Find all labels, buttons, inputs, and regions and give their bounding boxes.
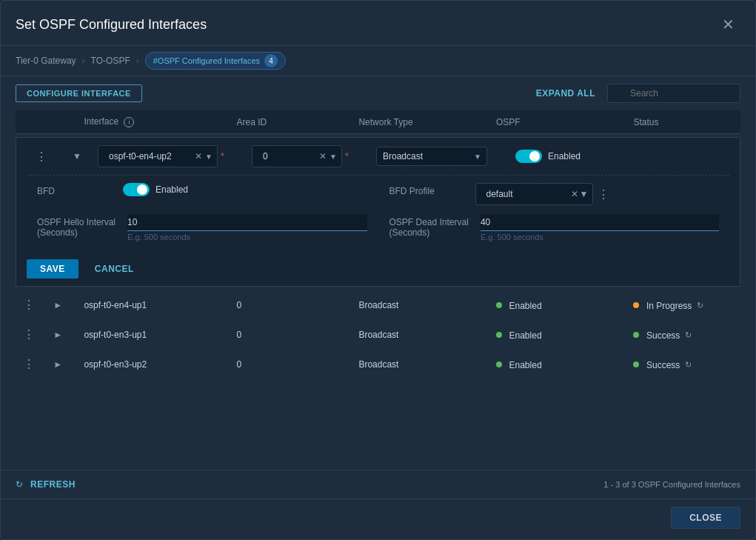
row-network-cell: Broadcast	[351, 290, 488, 320]
row-interface-cell: ospf-t0-en4-up1	[76, 290, 229, 320]
toolbar: CONFIGURE INTERFACE EXPAND ALL ⚲	[1, 76, 755, 110]
row-area-value: 0	[237, 359, 242, 370]
bfd-toggle-label: Enabled	[155, 184, 188, 195]
data-table: Interface i Area ID Network Type OSPF St…	[16, 110, 740, 379]
bfd-profile-wrapper: ✕ ▼ ⋮	[475, 183, 720, 205]
status-value: Success	[646, 330, 680, 340]
modal-title: Set OSPF Configured Interfaces	[16, 17, 207, 33]
table-row-expanded: ⋮ ▼ ✕	[16, 134, 740, 290]
row-status-cell: Success ↻	[626, 350, 740, 379]
ospf-toggle[interactable]	[515, 150, 542, 163]
search-input[interactable]	[607, 84, 740, 103]
ospf-dot	[496, 332, 502, 338]
row-ospf-cell: Enabled	[489, 320, 626, 350]
refresh-button[interactable]: REFRESH	[30, 479, 76, 490]
row-expand-button[interactable]: ►	[50, 299, 65, 312]
row-interface-cell: ospf-t0-en3-up1	[76, 320, 229, 350]
network-type-select[interactable]: Broadcast Point-to-Point	[376, 147, 487, 166]
hello-row: OSPF Hello Interval (Seconds) E.g. 500 s…	[37, 214, 367, 241]
bfd-profile-field[interactable]	[481, 185, 569, 203]
reload-icon[interactable]: ↻	[685, 360, 692, 370]
expanded-expand-col: ▼	[62, 150, 92, 163]
hello-interval-field[interactable]	[127, 214, 367, 231]
breadcrumb: Tier-0 Gateway › TO-OSPF › #OSPF Configu…	[1, 46, 755, 76]
dead-row: OSPF Dead Interval (Seconds) E.g. 500 se…	[389, 214, 720, 241]
area-id-field[interactable]	[257, 147, 316, 165]
bfd-profile-label: BFD Profile	[389, 183, 464, 196]
toggle-container: Enabled	[515, 150, 649, 163]
status-dot	[633, 302, 639, 308]
bfd-profile-clear-button[interactable]: ✕	[571, 189, 578, 199]
row-network-value: Broadcast	[358, 330, 398, 340]
bfd-profile-more-button[interactable]: ⋮	[598, 187, 610, 201]
bfd-profile-dropdown-button[interactable]: ▼	[580, 189, 589, 199]
expanded-three-dots-button[interactable]: ⋮	[33, 148, 51, 165]
row-interface-value: ospf-t0-en4-up1	[84, 300, 147, 310]
dead-label: OSPF Dead Interval (Seconds)	[389, 214, 469, 238]
row-expand-button[interactable]: ►	[50, 358, 65, 371]
modal: Set OSPF Configured Interfaces ✕ Tier-0 …	[0, 0, 756, 540]
bfd-label: BFD	[37, 183, 111, 196]
expanded-details: BFD Enabled	[27, 175, 729, 252]
row-three-dots-button[interactable]: ⋮	[20, 326, 39, 343]
row-interface-value: ospf-t0-en3-up1	[84, 330, 147, 340]
expanded-collapse-button[interactable]: ▼	[70, 150, 84, 163]
bfd-row: BFD Enabled	[37, 183, 367, 205]
table-header-row: Interface i Area ID Network Type OSPF St…	[16, 110, 740, 134]
ospf-dot	[496, 361, 502, 367]
row-area-value: 0	[237, 300, 242, 310]
row-expand-cell: ►	[46, 290, 76, 320]
status-dot	[633, 361, 639, 367]
interface-required-star: *	[221, 151, 224, 161]
row-network-cell: Broadcast	[351, 350, 488, 379]
breadcrumb-sep: ›	[82, 56, 85, 66]
hello-label: OSPF Hello Interval (Seconds)	[37, 214, 116, 238]
interface-clear-button[interactable]: ✕	[193, 151, 204, 161]
row-area-value: 0	[237, 330, 242, 340]
row-ospf-cell: Enabled	[489, 290, 626, 320]
modal-close-button[interactable]: CLOSE	[671, 507, 740, 529]
ospf-toggle-label: Enabled	[548, 151, 581, 161]
col-header-expand	[46, 110, 76, 134]
expanded-top: ⋮ ▼ ✕	[16, 138, 740, 175]
bfd-toggle[interactable]	[123, 183, 150, 196]
bfd-value: Enabled	[123, 183, 367, 196]
ospf-value: Enabled	[509, 359, 542, 370]
row-expand-button[interactable]: ►	[50, 328, 65, 341]
cancel-button[interactable]: CANCEL	[86, 259, 143, 279]
ospf-value: Enabled	[509, 330, 542, 340]
row-expand-cell: ►	[46, 350, 76, 379]
row-three-dots-button[interactable]: ⋮	[20, 296, 39, 313]
row-status-cell: Success ↻	[626, 320, 740, 350]
row-expand-cell: ►	[46, 320, 76, 350]
breadcrumb-sep2: ›	[136, 56, 139, 66]
col-header-network: Network Type	[351, 110, 488, 134]
dead-value: E.g. 500 seconds	[481, 214, 719, 241]
refresh-icon: ↻	[16, 479, 23, 490]
ospf-value: Enabled	[509, 300, 542, 310]
area-required-star: *	[345, 151, 349, 161]
table-footer: ↻ REFRESH 1 - 3 of 3 OSPF Configured Int…	[1, 470, 755, 499]
area-clear-button[interactable]: ✕	[318, 151, 328, 161]
col-header-interface: Interface i	[76, 110, 229, 134]
close-x-button[interactable]: ✕	[716, 13, 740, 36]
dead-placeholder: E.g. 500 seconds	[481, 233, 719, 241]
expanded-network-col: Broadcast Point-to-Point ▼	[376, 147, 509, 166]
configure-interface-button[interactable]: CONFIGURE INTERFACE	[16, 84, 142, 102]
save-button[interactable]: SAVE	[27, 259, 78, 279]
status-value: In Progress	[646, 300, 692, 310]
expand-all-button[interactable]: EXPAND ALL	[536, 88, 595, 99]
interface-field[interactable]	[103, 147, 192, 165]
table-row: ⋮ ► ospf-t0-en4-up1 0 Broadcast	[16, 290, 740, 320]
dead-interval-field[interactable]	[481, 214, 719, 231]
badge-count: 4	[264, 54, 278, 67]
row-network-value: Broadcast	[358, 300, 398, 310]
reload-icon[interactable]: ↻	[685, 330, 692, 340]
reload-icon[interactable]: ↻	[697, 301, 703, 310]
expanded-action-buttons: SAVE CANCEL	[16, 252, 740, 286]
row-three-dots-button[interactable]: ⋮	[20, 356, 39, 373]
network-select-wrapper: Broadcast Point-to-Point ▼	[376, 147, 487, 166]
row-network-value: Broadcast	[358, 359, 398, 370]
interface-dropdown-arrow: ▼	[205, 153, 213, 161]
row-area-cell: 0	[230, 350, 352, 379]
